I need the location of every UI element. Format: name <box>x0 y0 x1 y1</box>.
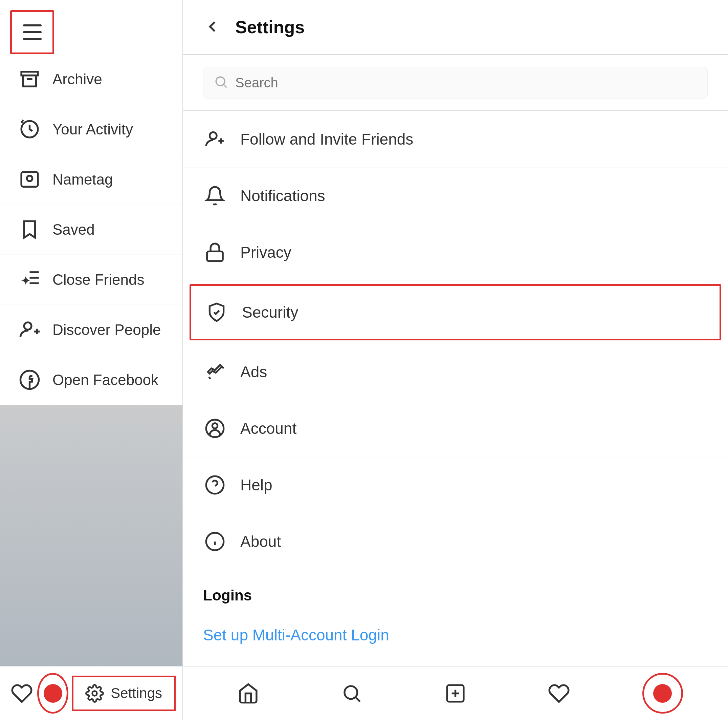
left-panel: Archive Your Activity Nametag <box>0 0 183 666</box>
follow-icon <box>203 127 227 151</box>
menu-item-facebook[interactable]: Open Facebook <box>0 355 182 405</box>
settings-item-notifications[interactable]: Notifications <box>183 168 728 224</box>
svg-text:✦: ✦ <box>20 274 31 288</box>
help-icon <box>203 473 227 497</box>
multi-account-label: Set up Multi-Account Login <box>203 626 389 644</box>
notifications-label: Notifications <box>240 187 325 205</box>
settings-nav-button[interactable]: Settings <box>72 676 176 711</box>
home-button[interactable] <box>228 673 268 714</box>
settings-item-ads[interactable]: Ads <box>183 344 728 400</box>
menu-label-activity: Your Activity <box>52 121 133 138</box>
menu-item-discover[interactable]: Discover People <box>0 305 182 355</box>
activity-icon <box>17 116 42 142</box>
help-label: Help <box>240 476 272 494</box>
settings-nav-label: Settings <box>111 685 162 702</box>
settings-header: Settings <box>183 0 728 55</box>
discover-icon <box>17 317 42 342</box>
settings-item-security[interactable]: Security <box>190 284 721 340</box>
settings-item-help[interactable]: Help <box>183 457 728 513</box>
record-dot <box>44 684 62 703</box>
svg-point-25 <box>344 686 357 699</box>
record-button[interactable] <box>37 673 68 714</box>
like-button[interactable] <box>7 673 37 714</box>
hamburger-icon <box>23 25 41 40</box>
bell-icon <box>203 184 227 208</box>
add-button[interactable] <box>435 673 476 714</box>
menu-label-nametag: Nametag <box>52 171 113 188</box>
settings-item-follow[interactable]: Follow and Invite Friends <box>183 111 728 168</box>
svg-point-13 <box>210 132 217 139</box>
account-label: Account <box>240 419 297 438</box>
privacy-label: Privacy <box>240 243 291 262</box>
svg-point-11 <box>216 77 225 86</box>
ads-label: Ads <box>240 363 267 381</box>
about-label: About <box>240 532 281 551</box>
nametag-icon <box>17 167 42 192</box>
menu-item-archive[interactable]: Archive <box>0 54 182 104</box>
bookmark-icon <box>17 217 42 242</box>
settings-item-about[interactable]: About <box>183 513 728 570</box>
dropdown-menu: Archive Your Activity Nametag <box>0 0 183 405</box>
right-bottom-nav <box>183 666 728 720</box>
menu-item-activity[interactable]: Your Activity <box>0 104 182 155</box>
logins-header-text: Logins <box>203 587 252 604</box>
svg-point-2 <box>27 176 32 181</box>
lock-icon <box>203 241 227 264</box>
search-container <box>183 55 728 111</box>
profile-dot <box>653 684 672 703</box>
settings-item-privacy[interactable]: Privacy <box>183 224 728 281</box>
search-bar <box>203 67 708 98</box>
svg-point-7 <box>24 322 32 330</box>
info-icon <box>203 530 227 553</box>
svg-line-12 <box>224 85 227 88</box>
svg-point-18 <box>212 423 218 429</box>
archive-icon <box>17 66 42 92</box>
svg-line-26 <box>356 698 360 702</box>
profile-button[interactable] <box>642 673 683 714</box>
close-friends-icon: ✦ <box>17 267 42 292</box>
left-bottom-nav: Settings <box>0 666 183 720</box>
account-icon <box>203 417 227 440</box>
add-account[interactable]: Add Account <box>183 659 728 666</box>
search-input[interactable] <box>235 75 697 90</box>
bottom-nav: Settings <box>0 666 728 720</box>
menu-item-nametag[interactable]: Nametag <box>0 155 182 205</box>
settings-item-account[interactable]: Account <box>183 400 728 457</box>
multi-account-login[interactable]: Set up Multi-Account Login <box>183 611 728 659</box>
settings-panel: Settings Follow and Invite Friends Notif… <box>183 0 728 666</box>
hamburger-button[interactable] <box>10 10 54 54</box>
menu-label-discover: Discover People <box>52 322 161 339</box>
search-icon <box>214 75 235 91</box>
svg-rect-16 <box>207 251 223 261</box>
menu-label-archive: Archive <box>52 71 102 88</box>
logins-section-header: Logins <box>183 570 728 611</box>
menu-item-close-friends[interactable]: ✦ Close Friends <box>0 255 182 305</box>
security-label: Security <box>242 303 298 322</box>
follow-label: Follow and Invite Friends <box>240 130 413 148</box>
svg-point-24 <box>92 691 97 695</box>
facebook-icon <box>17 367 42 392</box>
menu-label-close-friends: Close Friends <box>52 271 144 288</box>
menu-label-facebook: Open Facebook <box>52 372 158 388</box>
svg-rect-1 <box>21 172 38 187</box>
search-nav-button[interactable] <box>331 673 372 714</box>
activity-nav-button[interactable] <box>539 673 580 714</box>
settings-title: Settings <box>235 17 304 37</box>
shield-icon <box>205 300 228 324</box>
back-button[interactable] <box>203 17 222 37</box>
ads-icon <box>203 360 227 384</box>
menu-item-saved[interactable]: Saved <box>0 205 182 255</box>
menu-label-saved: Saved <box>52 221 95 238</box>
